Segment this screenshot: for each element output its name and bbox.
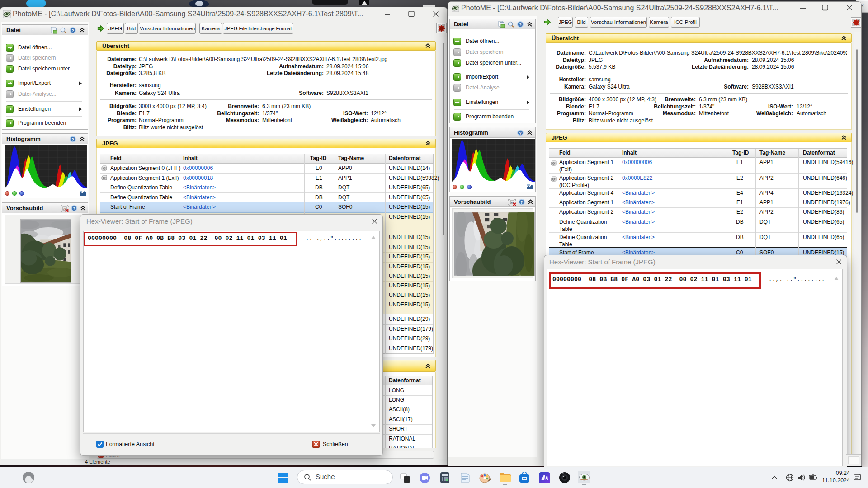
svg-text:?: ? xyxy=(519,22,522,27)
svg-text:?: ? xyxy=(73,206,75,211)
svg-text:?: ? xyxy=(519,131,522,136)
svg-text:?: ? xyxy=(71,137,74,142)
svg-text:?: ? xyxy=(520,200,523,205)
svg-text:?: ? xyxy=(71,28,74,33)
